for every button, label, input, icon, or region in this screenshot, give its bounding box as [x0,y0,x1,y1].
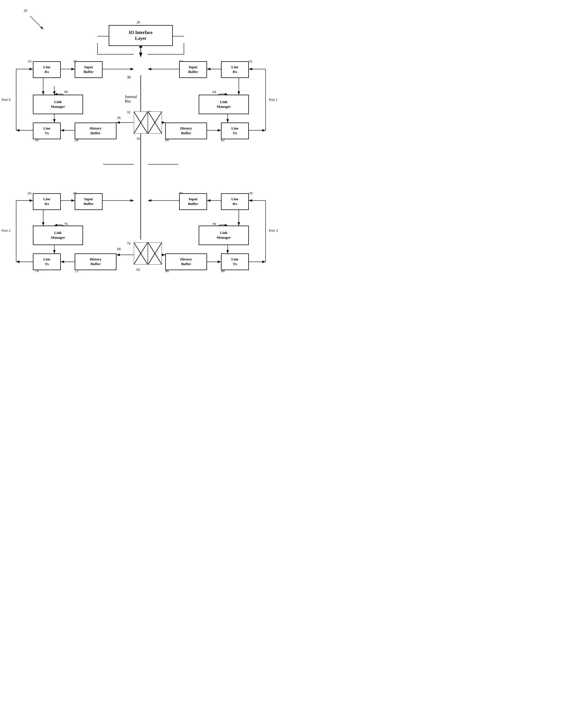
history-buffer-0: HistoryBuffer [75,123,116,139]
port0-label: Port 0 [2,97,10,102]
label-49: 49 [64,90,68,94]
label-22: 22 [28,59,31,63]
diagram-arrows [0,0,282,364]
crossbar-left [134,111,148,134]
line-tx-2: LineTx [33,253,61,270]
port3-label: Port 3 [269,228,277,233]
label-36: 36 [117,116,121,120]
input-buffer-3: InputBuffer [179,193,207,210]
link-manager-0: LinkManager [33,95,83,114]
line-rx-0: LineRx [33,61,61,78]
io-interface-label: IO InterfaceLayer [129,30,153,41]
history-buffer-1: HistoryBuffer [165,123,207,139]
link-manager-1: LinkManager [199,95,249,114]
internal-bus-label: InternalBus [125,95,137,104]
crossbar-bottom-left [134,242,148,265]
port1-label: Port 1 [269,97,277,102]
label-26: 26 [136,20,140,25]
line-rx-1: LineRx [221,61,249,78]
input-buffer-0: InputBuffer [75,61,102,78]
history-buffer-3: HistoryBuffer [165,253,207,270]
label-52: 52 [249,59,252,63]
line-tx-1: LineTx [221,123,249,139]
label-68: 68 [117,247,121,251]
input-buffer-2: InputBuffer [75,193,102,210]
history-buffer-2: HistoryBuffer [75,253,116,270]
label-65: 65 [28,191,31,196]
io-interface-layer-box: IO InterfaceLayer [109,25,173,46]
link-manager-2: LinkManager [33,226,83,245]
input-buffer-1: InputBuffer [179,61,207,78]
label-20: 20 [24,8,27,13]
svg-line-3 [30,16,43,29]
label-32: 32 [127,110,130,114]
label-82: 82 [136,267,140,272]
link-manager-3: LinkManager [199,226,249,245]
label-56: 56 [136,136,140,141]
diagram: 20 26 IO InterfaceLayer 30 InternalBus P… [0,0,282,364]
port2-label: Port 2 [2,228,10,233]
label-30: 30 [127,75,131,80]
crossbar-bottom-right [148,242,162,265]
crossbar-right [148,111,162,134]
line-tx-3: LineTx [221,253,249,270]
line-tx-0: LineTx [33,123,61,139]
label-70: 70 [127,241,130,246]
line-rx-2: LineRx [33,193,61,210]
label-78: 78 [249,191,252,196]
label-64: 64 [212,90,216,94]
line-rx-3: LineRx [221,193,249,210]
